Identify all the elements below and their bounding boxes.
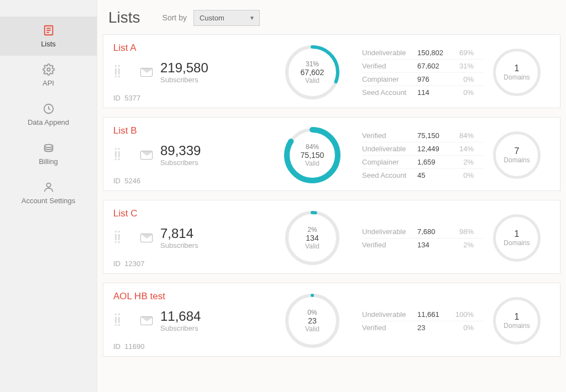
donut-label: Valid xyxy=(305,242,319,250)
stat-pct: 100% xyxy=(452,310,474,319)
sidebar-item-lists[interactable]: Lists xyxy=(0,17,97,56)
stat-row: Undeliverable 7,680 98% xyxy=(362,225,484,239)
donut-label: Valid xyxy=(305,160,319,167)
stat-row: Undeliverable 11,661 100% xyxy=(362,308,484,321)
stat-pct: 98% xyxy=(452,227,474,236)
stat-row: Seed Account 45 0% xyxy=(362,169,484,182)
gear-icon xyxy=(43,63,55,76)
list-id: ID 12307 xyxy=(113,259,279,268)
list-card: List A ⠿⠿ 219,580 Subscribers ID 5377 xyxy=(103,34,560,108)
domains-circle: 7 Domains xyxy=(493,131,541,179)
sidebar-item-api[interactable]: API xyxy=(0,56,97,95)
stats-table: Undeliverable 150,802 69% Verified 67,60… xyxy=(345,46,484,99)
stat-row: Undeliverable 12,449 14% xyxy=(362,142,484,156)
subscribers-count: 219,580 xyxy=(160,60,208,76)
stat-label: Complainer xyxy=(362,75,417,83)
list-name-link[interactable]: List A xyxy=(113,43,279,54)
coins-icon xyxy=(43,142,55,154)
list-name-link[interactable]: AOL HB test xyxy=(113,291,279,302)
stat-pct: 0% xyxy=(452,171,474,179)
svg-point-4 xyxy=(47,68,50,71)
envelope-icon xyxy=(140,68,153,77)
list-name-link[interactable]: List B xyxy=(113,125,279,136)
subscribers-count: 89,339 xyxy=(160,143,201,158)
page-title: Lists xyxy=(108,9,140,27)
stat-pct: 0% xyxy=(452,75,474,83)
list-name-link[interactable]: List C xyxy=(113,208,279,219)
donut-value: 134 xyxy=(306,234,318,242)
stat-count: 12,449 xyxy=(417,145,452,153)
donut-label: Valid xyxy=(305,77,319,84)
valid-donut-chart: 2% 134 Valid xyxy=(284,209,341,267)
list-card: AOL HB test ⠿⠿ 11,684 Subscribers ID 116… xyxy=(103,283,560,357)
stats-table: Verified 75,150 84% Undeliverable 12,449… xyxy=(345,129,484,182)
drag-handle-icon[interactable]: ⠿⠿ xyxy=(113,234,123,242)
sidebar-item-account-settings[interactable]: Account Settings xyxy=(0,173,97,213)
envelope-icon xyxy=(140,316,153,325)
envelope-icon xyxy=(140,234,153,242)
stat-row: Undeliverable 150,802 69% xyxy=(362,46,484,60)
main-content: Lists Sort by Custom ▼ List A ⠿⠿ 219,580… xyxy=(97,0,566,392)
subscribers-count: 11,684 xyxy=(160,309,201,324)
domains-circle: 1 Domains xyxy=(493,297,541,345)
domains-label: Domains xyxy=(504,322,530,330)
stat-label: Verified xyxy=(362,131,417,140)
domains-label: Domains xyxy=(504,156,530,164)
sidebar-item-data-append[interactable]: Data Append xyxy=(0,95,97,134)
stat-count: 114 xyxy=(417,88,452,97)
domains-label: Domains xyxy=(504,73,530,81)
stat-pct: 31% xyxy=(452,62,474,70)
subscribers-label: Subscribers xyxy=(160,324,201,332)
domains-count: 1 xyxy=(515,229,520,239)
subscribers-count: 7,814 xyxy=(160,226,198,241)
domains-count: 7 xyxy=(515,146,520,156)
stat-row: Verified 75,150 84% xyxy=(362,129,484,142)
donut-pct: 2% xyxy=(307,226,317,234)
sortby-select[interactable]: Custom ▼ xyxy=(193,10,260,26)
stat-count: 7,680 xyxy=(417,227,452,236)
stat-count: 1,659 xyxy=(417,158,452,166)
donut-value: 23 xyxy=(308,316,317,325)
domains-circle: 1 Domains xyxy=(493,49,541,96)
stat-count: 134 xyxy=(417,241,452,249)
stat-count: 45 xyxy=(417,171,452,179)
drag-handle-icon[interactable]: ⠿⠿ xyxy=(113,151,123,160)
stat-count: 150,802 xyxy=(417,49,452,57)
page-header: Lists Sort by Custom ▼ xyxy=(103,6,560,34)
drag-handle-icon[interactable]: ⠿⠿ xyxy=(113,316,123,325)
stat-count: 23 xyxy=(417,324,452,332)
domains-count: 1 xyxy=(515,312,520,322)
stat-pct: 2% xyxy=(452,241,474,249)
domains-count: 1 xyxy=(515,63,520,73)
svg-point-6 xyxy=(44,145,53,148)
sidebar-label: Account Settings xyxy=(22,197,76,205)
donut-pct: 31% xyxy=(306,60,319,68)
stat-pct: 0% xyxy=(452,324,474,332)
stat-pct: 2% xyxy=(452,158,474,166)
domains-circle: 1 Domains xyxy=(493,214,541,262)
donut-value: 75,150 xyxy=(301,151,324,160)
stat-label: Complainer xyxy=(362,158,417,166)
list-id: ID 5377 xyxy=(113,94,279,102)
stat-label: Undeliverable xyxy=(362,145,417,153)
drag-handle-icon[interactable]: ⠿⠿ xyxy=(113,68,123,77)
stat-pct: 84% xyxy=(452,131,474,140)
stat-label: Undeliverable xyxy=(362,227,417,236)
sidebar-item-billing[interactable]: Billing xyxy=(0,134,97,173)
sortby-value: Custom xyxy=(200,14,224,22)
sortby-label: Sort by xyxy=(163,13,187,22)
user-icon xyxy=(43,181,55,193)
stats-table: Undeliverable 7,680 98% Verified 134 2% xyxy=(345,225,484,251)
donut-pct: 84% xyxy=(306,143,319,151)
stats-table: Undeliverable 11,661 100% Verified 23 0% xyxy=(345,308,484,334)
sidebar: Lists API Data Append Billing Account Se… xyxy=(0,0,97,392)
sidebar-label: Billing xyxy=(39,157,58,166)
sidebar-label: API xyxy=(43,79,54,87)
stat-label: Seed Account xyxy=(362,171,417,179)
subscribers-label: Subscribers xyxy=(160,158,201,167)
envelope-icon xyxy=(140,151,153,160)
svg-point-7 xyxy=(46,183,50,187)
stat-count: 11,661 xyxy=(417,310,452,319)
stat-row: Verified 23 0% xyxy=(362,321,484,334)
domains-label: Domains xyxy=(504,239,530,247)
